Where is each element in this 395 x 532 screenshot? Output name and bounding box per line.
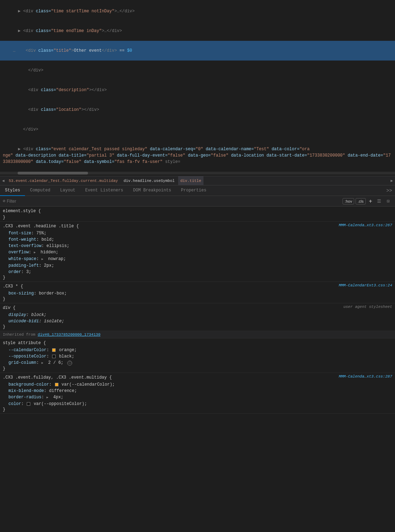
breadcrumb-fullday-text: 53.event.calendar_Test.fullday.current.m… bbox=[9, 179, 118, 183]
prop-name-mix-blend-mode: mix-blend-mode bbox=[8, 388, 44, 393]
inherited-from-link[interactable]: div#0_1733785200000_1734130 bbox=[38, 332, 100, 337]
filter-toggle-icon[interactable]: ⊡ bbox=[384, 197, 392, 205]
div-user-agent-block: div { user agent stylesheet display: blo… bbox=[0, 303, 395, 331]
cx3-star-selector: .CX3 * { bbox=[3, 283, 23, 290]
tab-styles[interactable]: Styles bbox=[0, 185, 25, 196]
horizontal-scrollbar[interactable] bbox=[0, 172, 395, 175]
prop-val-mix-blend-mode: difference; bbox=[49, 388, 77, 393]
prop-name-font-weight: font-weight bbox=[8, 237, 36, 242]
prop-val-unicode-bidi: isolate; bbox=[44, 319, 64, 324]
div-user-agent-header: div { user agent stylesheet bbox=[3, 305, 392, 311]
rule-font-weight: font-weight: bold; bbox=[3, 236, 392, 243]
prop-name-opposite-color: --oppositeColor bbox=[8, 354, 46, 359]
prop-name-font-size: font-size bbox=[8, 231, 31, 236]
rule-opposite-color: --oppositeColor: black; bbox=[3, 353, 392, 360]
breadcrumb-item-headline[interactable]: div.headline.useSymbol bbox=[121, 176, 177, 185]
prop-name-padding-left: padding-left bbox=[8, 263, 39, 268]
prop-name-overflow: overflow bbox=[8, 250, 29, 255]
cx3-title-block: .CX3 .event .headline .title { MMM-Calen… bbox=[0, 222, 395, 282]
dom-line: ▶ <div class="time startTime notInDay">…… bbox=[0, 1, 395, 21]
prop-val-overflow: hidden; bbox=[40, 250, 58, 255]
dom-panel: ▶ <div class="time startTime notInDay">…… bbox=[0, 0, 395, 176]
prop-name-background-color: background-color bbox=[8, 382, 49, 387]
breadcrumb-item-title[interactable]: div.title bbox=[178, 176, 203, 185]
prop-val-padding-left: 2px; bbox=[44, 263, 54, 268]
dom-line: <div class="location"></div> bbox=[0, 100, 395, 120]
prop-val-opposite-color: black; bbox=[59, 354, 74, 359]
prop-val-white-space: nowrap; bbox=[48, 256, 66, 261]
dom-line: <div class="description"></div> bbox=[0, 80, 395, 100]
tab-computed[interactable]: Computed bbox=[25, 185, 55, 196]
dom-line-long: ▶ <div class="event calendar_Test passed… bbox=[0, 139, 395, 172]
prop-val-font-weight: bold; bbox=[42, 237, 54, 242]
rule-calendar-color: --calendarColor: orange; bbox=[3, 347, 392, 353]
prop-val-text-overflow: ellipsis; bbox=[46, 243, 69, 248]
cx3-fullday-source-link[interactable]: MMM-Calenda…xt3.css:287 bbox=[339, 374, 392, 379]
prop-name-display: display bbox=[8, 312, 26, 317]
styles-panel: element.style { } .CX3 .event .headline … bbox=[0, 207, 395, 414]
white-space-triangle[interactable]: ▶ bbox=[42, 256, 46, 262]
breadcrumb-left-arrow[interactable]: ◀ bbox=[0, 178, 7, 183]
filter-hov-button[interactable]: :hov bbox=[343, 198, 354, 204]
filter-add-button[interactable]: + bbox=[367, 197, 374, 205]
cx3-fullday-block: .CX3 .event.fullday, .CX3 .event.multida… bbox=[0, 373, 395, 414]
prop-val-order: 3; bbox=[26, 270, 31, 274]
style-attr-selector: style attribute { bbox=[3, 340, 46, 346]
cx3-title-source[interactable]: MMM-Calenda…xt3.css:267 bbox=[339, 223, 392, 227]
div-user-agent-close: } bbox=[3, 324, 392, 329]
rule-order: order: 3; bbox=[3, 269, 392, 275]
rule-background-color: background-color: var(--calendarColor); bbox=[3, 381, 392, 388]
border-radius-triangle[interactable]: ▶ bbox=[46, 394, 51, 401]
div-user-agent-selector: div { bbox=[3, 305, 15, 311]
cx3-star-source-link[interactable]: MMM-CalendarExt3.css:24 bbox=[339, 283, 392, 287]
grid-column-triangle[interactable]: ▶ bbox=[42, 360, 46, 366]
style-attr-close: } bbox=[3, 366, 392, 371]
cx3-fullday-source[interactable]: MMM-Calenda…xt3.css:287 bbox=[339, 374, 392, 379]
rule-color: color: var(--oppositeColor); bbox=[3, 401, 392, 407]
grid-column-info-icon[interactable]: ⓘ bbox=[67, 361, 72, 366]
prop-name-white-space: white-space bbox=[8, 256, 36, 261]
background-color-swatch[interactable] bbox=[55, 383, 58, 386]
cx3-title-close: } bbox=[3, 275, 392, 280]
prop-val-display: block; bbox=[31, 312, 46, 317]
cx3-title-selector: .CX3 .event .headline .title { bbox=[3, 223, 79, 229]
tabs-row: Styles Computed Layout Event Listeners D… bbox=[0, 185, 395, 196]
tab-dom-breakpoints[interactable]: DOM Breakpoints bbox=[128, 185, 176, 196]
cx3-star-source[interactable]: MMM-CalendarExt3.css:24 bbox=[339, 283, 392, 287]
cx3-title-source-link[interactable]: MMM-Calenda…xt3.css:267 bbox=[339, 223, 392, 227]
dom-line-highlighted[interactable]: … <div class="title">Other event</div> =… bbox=[0, 41, 395, 61]
color-swatch[interactable] bbox=[27, 402, 30, 406]
opposite-color-swatch[interactable] bbox=[52, 355, 56, 358]
breadcrumb-bar: ◀ 53.event.calendar_Test.fullday.current… bbox=[0, 176, 395, 185]
prop-val-background-color: var(--calendarColor); bbox=[62, 382, 115, 387]
overflow-triangle[interactable]: ▶ bbox=[34, 249, 38, 256]
cx3-fullday-selector: .CX3 .event.fullday, .CX3 .event.multida… bbox=[3, 374, 112, 381]
cx3-star-close: } bbox=[3, 297, 392, 302]
rule-white-space: white-space: ▶ nowrap; bbox=[3, 256, 392, 262]
tab-properties[interactable]: Properties bbox=[176, 185, 211, 196]
filter-icon: ⊘ bbox=[3, 198, 5, 204]
dom-line: ▶ <div class="time endTime inDay">…</div… bbox=[0, 21, 395, 41]
rule-mix-blend-mode: mix-blend-mode: difference; bbox=[3, 388, 392, 394]
cx3-fullday-header: .CX3 .event.fullday, .CX3 .event.multida… bbox=[3, 374, 392, 381]
prop-name-unicode-bidi: unicode-bidi bbox=[8, 319, 39, 324]
filter-cls-button[interactable]: .cls bbox=[356, 198, 366, 204]
dom-line: </div> bbox=[0, 61, 395, 80]
tab-layout[interactable]: Layout bbox=[55, 185, 80, 196]
tab-more[interactable]: >> bbox=[383, 188, 395, 194]
cx3-star-header: .CX3 * { MMM-CalendarExt3.css:24 bbox=[3, 283, 392, 290]
calendar-color-swatch[interactable] bbox=[52, 348, 56, 352]
cx3-star-block: .CX3 * { MMM-CalendarExt3.css:24 box-siz… bbox=[0, 282, 395, 303]
breadcrumb-item-fullday[interactable]: 53.event.calendar_Test.fullday.current.m… bbox=[7, 176, 120, 185]
prop-name-order: order bbox=[8, 270, 21, 274]
cx3-fullday-close: } bbox=[3, 407, 392, 412]
prop-name-grid-column: grid-column bbox=[8, 360, 36, 365]
rule-border-radius: border-radius: ▶ 4px; bbox=[3, 394, 392, 401]
prop-val-color: var(--oppositeColor); bbox=[34, 401, 87, 406]
filter-input[interactable] bbox=[7, 199, 341, 204]
breadcrumb-right-arrow[interactable]: ▶ bbox=[388, 178, 395, 183]
prop-name-box-sizing: box-sizing bbox=[8, 291, 34, 296]
prop-val-grid-column: 2 / 6; bbox=[48, 360, 63, 365]
filter-settings-icon[interactable]: ☰ bbox=[375, 197, 383, 205]
tab-event-listeners[interactable]: Event Listeners bbox=[80, 185, 128, 196]
